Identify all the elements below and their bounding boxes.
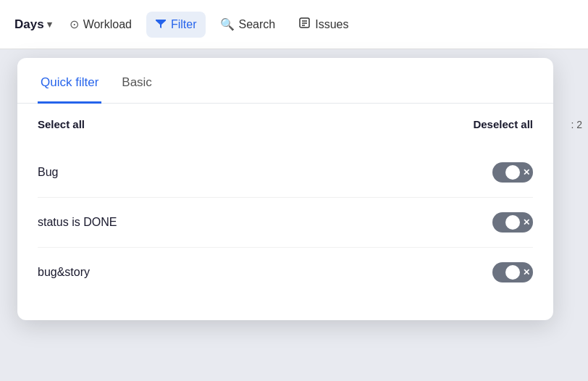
toggle-bug[interactable]: ✕ bbox=[492, 162, 533, 183]
tab-basic[interactable]: Basic bbox=[119, 75, 155, 104]
filter-label-status-done: status is DONE bbox=[38, 216, 117, 229]
panel-tabs: Quick filter Basic bbox=[17, 58, 553, 104]
filter-row-bug: Bug ✕ bbox=[38, 148, 533, 198]
search-button[interactable]: 🔍 Search bbox=[211, 12, 285, 37]
toggle-bug-story[interactable]: ✕ bbox=[492, 262, 533, 282]
filter-actions-row: Select all Deselect all bbox=[38, 118, 533, 130]
workload-button[interactable]: ⊙ Workload bbox=[61, 12, 140, 37]
clock-icon: ⊙ bbox=[70, 17, 79, 31]
filter-row-status-done: status is DONE ✕ bbox=[38, 198, 533, 248]
filter-label-bug-story: bug&story bbox=[38, 266, 90, 279]
filter-row-bug-story: bug&story ✕ bbox=[38, 248, 533, 297]
filter-button[interactable]: Filter bbox=[146, 12, 206, 38]
right-indicator: : 2 bbox=[565, 116, 588, 133]
filter-label-bug: Bug bbox=[38, 166, 58, 179]
toggle-x-status-done: ✕ bbox=[523, 218, 530, 227]
toggle-circle-status-done bbox=[505, 215, 520, 230]
toolbar: Days ▾ ⊙ Workload Filter 🔍 Search Issues bbox=[0, 0, 588, 49]
deselect-all-button[interactable]: Deselect all bbox=[473, 118, 533, 130]
days-dropdown[interactable]: Days ▾ bbox=[12, 12, 55, 38]
workload-label: Workload bbox=[83, 18, 132, 31]
issues-button[interactable]: Issues bbox=[290, 11, 357, 38]
select-all-button[interactable]: Select all bbox=[38, 118, 85, 130]
search-icon: 🔍 bbox=[220, 17, 235, 31]
toggle-x-bug: ✕ bbox=[523, 168, 530, 177]
chevron-down-icon: ▾ bbox=[47, 19, 52, 30]
tab-quick-filter[interactable]: Quick filter bbox=[38, 75, 101, 104]
filter-label: Filter bbox=[171, 18, 197, 31]
filter-content: Select all Deselect all Bug ✕ status is … bbox=[17, 104, 553, 320]
filter-icon bbox=[155, 17, 167, 32]
toggle-status-done[interactable]: ✕ bbox=[492, 212, 533, 233]
toggle-x-bug-story: ✕ bbox=[523, 268, 530, 277]
issues-icon bbox=[298, 17, 311, 32]
issues-label: Issues bbox=[315, 18, 348, 31]
toggle-circle-bug bbox=[505, 165, 520, 180]
toggle-circle-bug-story bbox=[505, 265, 520, 280]
filter-panel: Quick filter Basic Select all Deselect a… bbox=[17, 58, 553, 320]
search-label: Search bbox=[239, 18, 276, 31]
days-label: Days bbox=[14, 17, 44, 32]
